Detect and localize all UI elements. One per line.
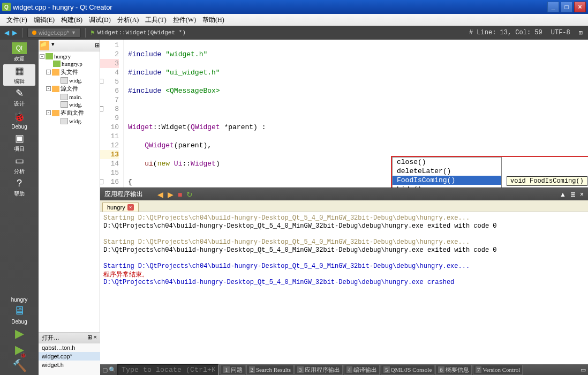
cursor-position: # Line: 13, Col: 59 bbox=[467, 29, 545, 37]
run-button[interactable]: ▶ bbox=[3, 327, 35, 341]
open-doc-item[interactable]: widget.cpp* bbox=[39, 352, 100, 361]
autocomplete-item[interactable]: deleteLater() bbox=[393, 167, 501, 176]
statusbar-pane-7[interactable]: 7Version Control bbox=[473, 365, 523, 375]
edit-icon: ▦ bbox=[13, 65, 26, 77]
current-file[interactable]: widget.cpp* ▼ bbox=[27, 28, 81, 38]
minimize-button[interactable]: _ bbox=[547, 2, 559, 12]
out-menu-icon[interactable]: ⊞ bbox=[570, 191, 576, 198]
mode-selector: Qt欢迎 ▦编辑 ✎设计 🐞Debug ▣项目 ▭分析 ?帮助 hungry🖥D… bbox=[0, 40, 39, 375]
output-title: 应用程序输出 bbox=[104, 190, 143, 199]
qt-icon: Qt bbox=[12, 42, 27, 54]
progress-icon[interactable]: ▭ bbox=[581, 366, 586, 373]
hammer-icon: 🔨 bbox=[12, 359, 27, 373]
split-icon[interactable]: ⊞ bbox=[577, 29, 585, 37]
menu-tools[interactable]: 工具(T) bbox=[142, 14, 169, 26]
output-header: 应用程序输出 ◀ ▶ ■ ↻ ▲ ⊞ × bbox=[100, 188, 588, 200]
breadcrumb[interactable]: Widget::Widget(QWidget *) bbox=[97, 29, 186, 36]
out-up-icon[interactable]: ▲ bbox=[560, 191, 566, 198]
play-icon: ▶ bbox=[15, 327, 24, 341]
autocomplete-item[interactable]: hide() bbox=[393, 185, 501, 188]
menubar: 文件(F) 编辑(E) 构建(B) 调试(D) 分析(A) 工具(T) 控件(W… bbox=[0, 14, 588, 26]
tree-toolbar: 📁 ▾ ⊞ bbox=[39, 40, 100, 51]
design-icon: ✎ bbox=[13, 87, 26, 99]
mode-design[interactable]: ✎设计 bbox=[3, 87, 35, 108]
locate-icon[interactable]: 🔍 bbox=[109, 366, 116, 373]
maximize-button[interactable]: □ bbox=[561, 2, 572, 12]
app-icon: Q bbox=[2, 3, 11, 11]
open-documents: 打开… ⊞ × qabst…ton.hwidget.cpp*widget.h bbox=[39, 332, 100, 375]
analyze-icon: ▭ bbox=[13, 155, 26, 167]
menu-analyze[interactable]: 分析(A) bbox=[114, 14, 142, 26]
debug-button[interactable]: ▶🐞 bbox=[3, 343, 35, 357]
tree-item[interactable]: main. bbox=[39, 93, 100, 101]
help-icon: ? bbox=[13, 177, 26, 189]
tree-item[interactable]: -界面文件 bbox=[39, 108, 100, 117]
menu-debug[interactable]: 调试(D) bbox=[86, 14, 114, 26]
autocomplete-popup[interactable]: close()deleteLater()FoodIsComing()hide()… bbox=[392, 157, 502, 188]
tree-filter-icon[interactable]: ▾ bbox=[51, 41, 61, 50]
mode-welcome[interactable]: Qt欢迎 bbox=[3, 42, 35, 63]
statusbar-pane-3[interactable]: 3应用程序输出 bbox=[295, 365, 343, 375]
menu-build[interactable]: 构建(B) bbox=[58, 14, 86, 26]
output-tabs: hungry × bbox=[100, 200, 588, 212]
out-stop-icon[interactable]: ■ bbox=[176, 190, 184, 199]
titlebar: Q widget.cpp - hungry - Qt Creator _ □ × bbox=[0, 0, 588, 14]
kit-selector[interactable]: hungry🖥Debug bbox=[3, 297, 35, 325]
tree-item[interactable]: hungry.p bbox=[39, 60, 100, 68]
menu-edit[interactable]: 编辑(E) bbox=[31, 14, 58, 26]
tree-item[interactable]: widg. bbox=[39, 117, 100, 125]
signature-tooltip: void FoodIsComing() bbox=[507, 176, 587, 186]
highlight-box: close()deleteLater()FoodIsComing()hide()… bbox=[391, 156, 588, 188]
projects-icon: ▣ bbox=[13, 132, 26, 144]
current-file-label: widget.cpp* bbox=[39, 29, 69, 36]
statusbar: ▢ 🔍 1问题2Search Results3应用程序输出4编译输出5QML/J… bbox=[100, 364, 588, 375]
tree-item[interactable]: -源文件 bbox=[39, 84, 100, 93]
open-docs-menu-icon[interactable]: ⊞ × bbox=[87, 334, 97, 342]
open-docs-label: 打开… bbox=[42, 334, 59, 342]
tree-item[interactable]: widg. bbox=[39, 101, 100, 108]
tree-item[interactable]: widg. bbox=[39, 77, 100, 84]
statusbar-pane-4[interactable]: 4编译输出 bbox=[344, 365, 380, 375]
unsaved-icon bbox=[32, 31, 36, 35]
statusbar-pane-1[interactable]: 1问题 bbox=[221, 365, 245, 375]
encoding[interactable]: UTF-8 bbox=[549, 29, 572, 37]
statusbar-pane-5[interactable]: 5QML/JS Console bbox=[381, 365, 434, 375]
nav-back-icon[interactable]: ◀ bbox=[3, 29, 10, 36]
mode-help[interactable]: ?帮助 bbox=[3, 177, 35, 198]
statusbar-pane-2[interactable]: 2Search Results bbox=[246, 365, 294, 375]
statusbar-pane-6[interactable]: 6概要信息 bbox=[435, 365, 472, 375]
menu-help[interactable]: 帮助(H) bbox=[199, 14, 228, 26]
output-tab-hungry[interactable]: hungry × bbox=[102, 202, 139, 212]
autocomplete-item[interactable]: close() bbox=[393, 158, 501, 167]
tree-split-icon[interactable]: ⊞ bbox=[95, 42, 100, 49]
tab-close-icon[interactable]: × bbox=[127, 204, 134, 211]
locator-input[interactable] bbox=[117, 364, 219, 376]
out-next-icon[interactable]: ▶ bbox=[166, 190, 175, 199]
mode-analyze[interactable]: ▭分析 bbox=[3, 154, 35, 176]
out-close-icon[interactable]: × bbox=[580, 191, 584, 198]
code-editor[interactable]: 12345678910111213141516171819202122 #inc… bbox=[100, 40, 588, 188]
mode-projects[interactable]: ▣项目 bbox=[3, 132, 35, 153]
out-prev-icon[interactable]: ◀ bbox=[156, 190, 165, 199]
out-rerun-icon[interactable]: ↻ bbox=[185, 190, 194, 199]
debug-icon: 🐞 bbox=[13, 111, 26, 123]
close-button[interactable]: × bbox=[574, 2, 586, 12]
nav-fwd-icon[interactable]: ▶ bbox=[11, 29, 18, 36]
menu-file[interactable]: 文件(F) bbox=[3, 14, 31, 26]
mode-debug[interactable]: 🐞Debug bbox=[3, 109, 35, 131]
open-doc-item[interactable]: widget.h bbox=[39, 361, 100, 369]
panes-close-icon[interactable]: ▢ bbox=[102, 366, 108, 373]
tree-view-icon[interactable]: 📁 bbox=[40, 41, 49, 50]
build-button[interactable]: 🔨 bbox=[3, 359, 35, 373]
autocomplete-item[interactable]: FoodIsComing() bbox=[393, 176, 501, 185]
window-title: widget.cpp - hungry - Qt Creator bbox=[13, 3, 112, 11]
output-panel[interactable]: Starting D:\QtProjects\ch04\build-hungry… bbox=[100, 212, 588, 364]
menu-widgets[interactable]: 控件(W) bbox=[170, 14, 199, 26]
flag-icon: ⚑ bbox=[90, 29, 95, 36]
open-doc-item[interactable]: qabst…ton.h bbox=[39, 343, 100, 352]
monitor-icon: 🖥 bbox=[13, 304, 25, 318]
mode-edit[interactable]: ▦编辑 bbox=[3, 64, 35, 86]
tree-item[interactable]: -hungry bbox=[39, 52, 100, 60]
project-tree: 📁 ▾ ⊞ -hungryhungry.p-头文件widg.-源文件main.w… bbox=[39, 40, 100, 332]
tree-item[interactable]: -头文件 bbox=[39, 68, 100, 77]
